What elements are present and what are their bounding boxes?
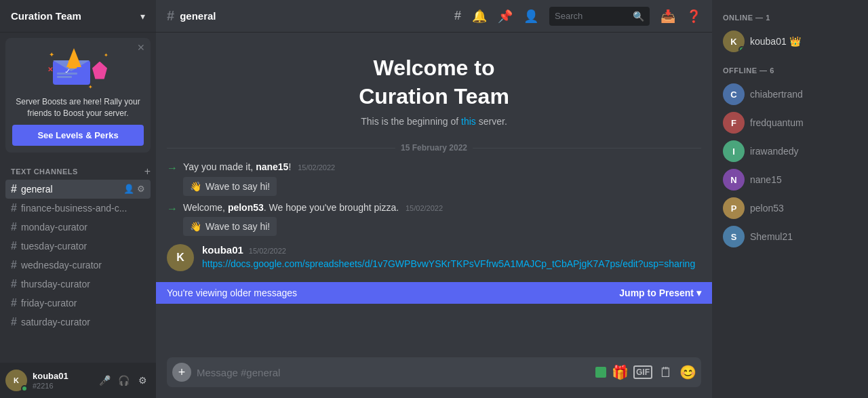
- message-timestamp: 15/02/2022: [298, 163, 335, 172]
- member-name: nane15: [750, 174, 782, 185]
- channel-hash-icon: #: [167, 8, 174, 24]
- mute-button[interactable]: 🎤: [96, 372, 113, 389]
- wave-button[interactable]: 👋 Wave to say hi!: [183, 217, 277, 236]
- inbox-icon[interactable]: 📥: [660, 9, 675, 24]
- member-avatar: P: [723, 197, 745, 219]
- deafen-button[interactable]: 🎧: [115, 372, 132, 389]
- gif-icon[interactable]: GIF: [633, 365, 652, 379]
- sidebar: Curation Team ▾ ✕ ✓ ✦ ✦: [0, 0, 156, 398]
- system-message-text: Yay you made it, nane15! 15/02/2022: [183, 161, 701, 174]
- message-input[interactable]: [197, 367, 590, 378]
- message-username[interactable]: kouba01: [202, 244, 243, 256]
- hash-icon: #: [11, 297, 17, 309]
- member-item-pelon53[interactable]: P pelon53: [717, 194, 863, 222]
- current-user-info: kouba01 #2216: [33, 371, 91, 390]
- system-message: → Yay you made it, nane15! 15/02/2022 👋 …: [156, 158, 712, 199]
- member-avatar: K: [723, 31, 745, 52]
- server-header[interactable]: Curation Team ▾: [0, 0, 156, 33]
- welcome-section: Welcome toCuration Team This is the begi…: [156, 33, 712, 138]
- sidebar-item-saturday[interactable]: # saturday-curator: [5, 313, 151, 332]
- boost-card-text: Server Boosts are here! Rally your frien…: [12, 96, 144, 119]
- close-icon[interactable]: ✕: [137, 42, 145, 53]
- hash-icon: #: [11, 316, 17, 328]
- input-area: + 🎁 GIF 🗒 😊: [156, 357, 712, 398]
- sidebar-item-general[interactable]: # general 👤 ⚙: [5, 180, 151, 199]
- system-message-content: Yay you made it, nane15! 15/02/2022 👋 Wa…: [183, 161, 701, 196]
- channel-list: # general 👤 ⚙ # finance-business-and-c..…: [0, 180, 156, 363]
- wave-button-label: Wave to say hi!: [205, 181, 270, 192]
- member-avatar: C: [723, 83, 745, 105]
- boost-illustration: ✓ ✦ ✦ ✦ ✕: [12, 45, 144, 92]
- mentioned-user: nane15: [256, 161, 288, 172]
- search-bar[interactable]: 🔍: [549, 7, 650, 26]
- current-user-discriminator: #2216: [33, 382, 91, 390]
- crown-icon: 👑: [789, 36, 801, 47]
- message-timestamp: 15/02/2022: [406, 204, 443, 212]
- message-input-wrap: + 🎁 GIF 🗒 😊: [167, 357, 701, 387]
- server-name: Curation Team: [11, 10, 81, 22]
- help-icon[interactable]: ❓: [686, 9, 701, 24]
- sticker-icon[interactable]: 🗒: [658, 364, 674, 380]
- hash-icon: #: [11, 202, 17, 214]
- member-name: irawandedy: [750, 146, 799, 157]
- hash-icon: #: [11, 259, 17, 271]
- sidebar-item-monday[interactable]: # monday-curator: [5, 218, 151, 237]
- add-channel-icon[interactable]: +: [144, 166, 151, 177]
- chevron-down-icon: ▾: [140, 11, 145, 22]
- search-input[interactable]: [555, 11, 629, 21]
- member-item-nane15[interactable]: N nane15: [717, 165, 863, 194]
- settings-icon[interactable]: ⚙: [137, 184, 145, 194]
- older-messages-text: You're viewing older messages: [167, 287, 297, 298]
- channel-name: saturday-curator: [21, 317, 90, 327]
- gift-icon[interactable]: 🎁: [612, 364, 628, 380]
- member-item-chiabertrand[interactable]: C chiabertrand: [717, 80, 863, 108]
- member-item-shemul21[interactable]: S Shemul21: [717, 222, 863, 251]
- online-status-indicator: [738, 46, 745, 52]
- wave-button[interactable]: 👋 Wave to say hi!: [183, 177, 277, 196]
- member-avatar: S: [723, 226, 745, 247]
- member-avatar: F: [723, 112, 745, 134]
- member-item-kouba01[interactable]: K kouba01 👑: [717, 27, 863, 56]
- user-controls: 🎤 🎧 ⚙: [96, 372, 151, 389]
- message-timestamp: 15/02/2022: [249, 247, 286, 255]
- divider-line: [167, 148, 395, 148]
- channel-header-name: general: [180, 10, 216, 22]
- hash-icon: #: [11, 221, 17, 233]
- message-link[interactable]: https://docs.google.com/spreadsheets/d/1…: [202, 258, 695, 269]
- sidebar-item-tuesday[interactable]: # tuesday-curator: [5, 237, 151, 256]
- channel-name: wednesday-curator: [21, 260, 102, 271]
- search-icon: 🔍: [633, 11, 644, 22]
- text-channels-header: Text Channels +: [0, 163, 156, 180]
- add-attachment-button[interactable]: +: [172, 363, 191, 382]
- online-status-dot: [21, 385, 28, 392]
- member-item-irawandedy[interactable]: I irawandedy: [717, 137, 863, 165]
- emoji-icon[interactable]: 😊: [679, 364, 696, 380]
- date-divider: 15 February 2022: [156, 138, 712, 158]
- member-name: pelon53: [750, 203, 784, 214]
- notification-icon[interactable]: 🔔: [472, 9, 487, 24]
- hash-icon: #: [11, 278, 17, 290]
- sidebar-item-finance[interactable]: # finance-business-and-c...: [5, 199, 151, 218]
- add-member-icon[interactable]: 👤: [123, 184, 134, 194]
- channel-name: general: [21, 184, 53, 195]
- join-arrow-icon: →: [167, 162, 178, 174]
- older-messages-bar: You're viewing older messages Jump to Pr…: [156, 282, 712, 304]
- sidebar-item-thursday[interactable]: # thursday-curator: [5, 275, 151, 294]
- members-icon[interactable]: 👤: [524, 9, 538, 24]
- divider-line: [473, 148, 701, 148]
- sidebar-item-wednesday[interactable]: # wednesday-curator: [5, 256, 151, 275]
- channel-name: friday-curator: [21, 298, 77, 309]
- welcome-link[interactable]: this: [461, 116, 476, 127]
- jump-to-present-button[interactable]: Jump to Present ▾: [619, 287, 701, 298]
- sidebar-item-friday[interactable]: # friday-curator: [5, 294, 151, 313]
- main-content: # general #️ 🔔 📌 👤 🔍 📥 ❓ Welcome toCurat…: [156, 0, 712, 398]
- user-settings-button[interactable]: ⚙: [134, 372, 151, 389]
- messages-list: → Yay you made it, nane15! 15/02/2022 👋 …: [156, 158, 712, 282]
- hash-icon: #: [11, 240, 17, 252]
- member-item-fredquantum[interactable]: F fredquantum: [717, 108, 863, 137]
- pin-icon[interactable]: 📌: [498, 9, 513, 24]
- member-avatar: N: [723, 169, 745, 191]
- see-levels-button[interactable]: See Levels & Perks: [12, 125, 144, 146]
- input-icons: 🎁 GIF 🗒 😊: [595, 364, 696, 380]
- hashtag-icon[interactable]: #️: [454, 9, 461, 23]
